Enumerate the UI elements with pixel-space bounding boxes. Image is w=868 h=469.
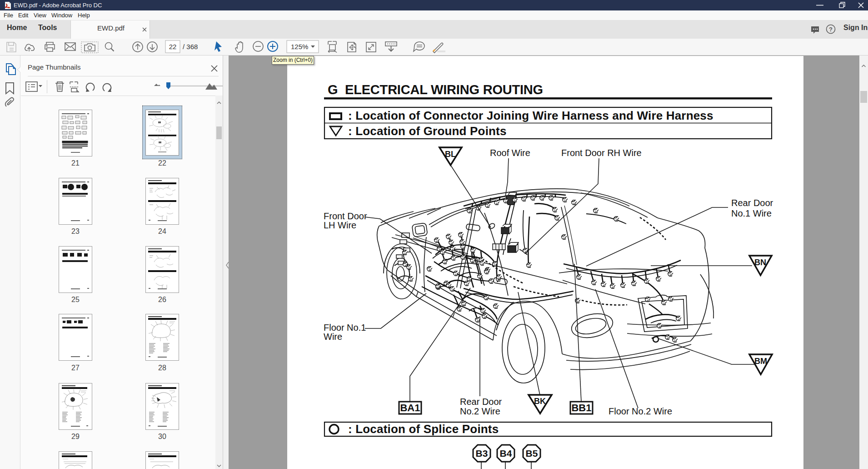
svg-text:No.2 Wire: No.2 Wire [460, 406, 500, 416]
svg-text:B3: B3 [476, 448, 488, 459]
svg-text:?: ? [829, 26, 833, 33]
svg-text:: Location of Splice Points: : Location of Splice Points [348, 422, 499, 436]
svg-text:22: 22 [169, 43, 177, 50]
svg-text:Rear Door: Rear Door [460, 397, 502, 407]
svg-text:BL: BL [445, 150, 456, 159]
svg-text:Rear Door: Rear Door [731, 198, 773, 208]
svg-text:BK: BK [534, 397, 546, 406]
svg-text:G ELECTRICAL WIRING ROUTING: G ELECTRICAL WIRING ROUTING [328, 82, 543, 97]
svg-text:BB1: BB1 [571, 402, 591, 414]
svg-text:BA1: BA1 [400, 402, 420, 414]
svg-text:BM: BM [754, 357, 767, 366]
svg-text:Front Door RH Wire: Front Door RH Wire [561, 148, 642, 158]
svg-text:Front Door: Front Door [324, 211, 367, 221]
svg-text:Roof Wire: Roof Wire [490, 148, 530, 158]
svg-text:: Location of Connector Joinin: : Location of Connector Joining Wire Har… [348, 109, 713, 122]
svg-text:: Location of Ground Points: : Location of Ground Points [348, 124, 507, 138]
svg-text:BN: BN [754, 258, 766, 267]
svg-text:Floor No.2 Wire: Floor No.2 Wire [609, 406, 672, 416]
svg-text:Floor No.1: Floor No.1 [324, 323, 366, 333]
svg-text:No.1 Wire: No.1 Wire [731, 208, 772, 218]
svg-text:125%: 125% [291, 43, 308, 50]
svg-text:B4: B4 [500, 448, 512, 459]
svg-text:/ 368: / 368 [183, 43, 198, 50]
svg-text:Wire: Wire [324, 332, 342, 342]
svg-text:B5: B5 [526, 448, 538, 459]
svg-text:LH Wire: LH Wire [324, 220, 356, 230]
